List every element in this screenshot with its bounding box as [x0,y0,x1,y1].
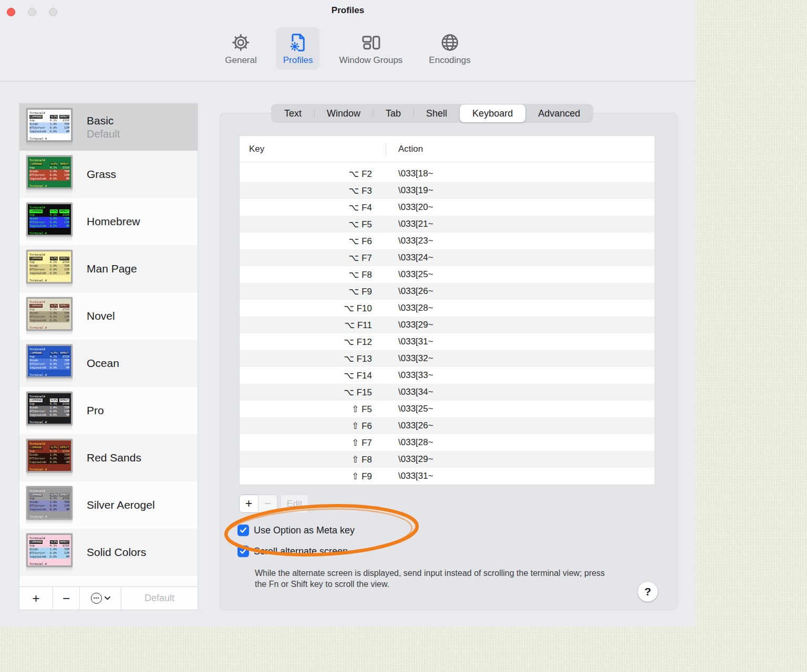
action-cell: \033[28~ [386,303,433,313]
table-row[interactable]: ⌥ F2\033[18~ [240,165,655,182]
table-row[interactable]: ⌥ F4\033[20~ [240,199,655,216]
toolbar-label-profiles: Profiles [283,55,313,66]
key-cell: ⌥ F4 [240,202,386,213]
table-row[interactable]: ⇧ F8\033[29~ [240,451,655,468]
column-header-action: Action [398,144,423,154]
add-profile-button[interactable]: + [19,587,53,610]
profile-row-silver-aerogel[interactable]: Terminal#COMMAND%CPURPRVTtop4.1%231KXcod… [19,481,198,529]
profile-name: Solid Colors [87,546,146,559]
profile-thumbnail: Terminal#COMMAND%CPURPRVTtop4.1%231KXcod… [26,533,73,567]
profile-list: Terminal#COMMAND%CPURPRVTtop4.1%231KXcod… [19,103,198,576]
toolbar-item-encodings[interactable]: Encodings [422,27,477,70]
table-row[interactable]: ⌥ F6\033[23~ [240,233,655,249]
tab-keyboard[interactable]: Keyboard [460,104,525,122]
profile-sidebar: Terminal#COMMAND%CPURPRVTtop4.1%231KXcod… [19,103,198,610]
table-row[interactable]: ⌥ F9\033[26~ [240,283,655,300]
thumbnail-reflection [26,567,73,572]
scroll-alternate-screen-checkbox-row[interactable]: Scroll alternate screen [237,545,348,557]
tab-shell[interactable]: Shell [413,104,460,122]
profile-row-pro[interactable]: Terminal#COMMAND%CPURPRVTtop4.1%231KXcod… [19,387,198,434]
key-cell: ⇧ F5 [240,404,386,415]
toolbar-item-window-groups[interactable]: Window Groups [332,27,409,70]
table-row[interactable]: ⌥ F15\033[34~ [240,384,655,401]
profile-thumbnail: Terminal#COMMAND%CPURPRVTtop4.1%231KXcod… [26,344,73,378]
key-cell: ⌥ F8 [240,269,386,280]
profile-subtitle: Default [87,128,120,140]
key-cell: ⇧ F8 [240,454,386,465]
action-cell: \033[26~ [386,421,433,431]
table-row[interactable]: ⌥ F11\033[29~ [240,317,655,333]
help-button[interactable]: ? [638,582,658,602]
action-cell: \033[25~ [386,404,433,414]
edit-key-binding-button: Edit [281,495,308,513]
profile-row-grass[interactable]: Terminal#COMMAND%CPURPRVTtop4.1%231KXcod… [19,151,198,198]
profile-actions-menu-button[interactable]: ⋯ [80,587,121,610]
globe-icon [439,30,460,55]
toolbar-label-window-groups: Window Groups [339,55,402,66]
table-row[interactable]: ⌥ F10\033[28~ [240,300,655,317]
key-cell: ⌥ F3 [240,185,386,196]
use-option-as-meta-checkbox-row[interactable]: Use Option as Meta key [237,524,355,536]
tab-text[interactable]: Text [272,104,314,122]
profile-row-basic[interactable]: Terminal#COMMAND%CPURPRVTtop4.1%231KXcod… [19,103,198,151]
toolbar-label-encodings: Encodings [429,55,470,66]
profile-name: Grass [87,168,116,181]
profile-row-homebrew[interactable]: Terminal#COMMAND%CPURPRVTtop4.1%231KXcod… [19,198,198,245]
thumbnail-reflection [26,142,73,146]
profile-name: Red Sands [87,452,141,464]
key-cell: ⌥ F2 [240,169,386,180]
screenshot-root: Profiles General [0,0,807,672]
profile-name: Basic [87,114,120,127]
table-row[interactable]: ⌥ F8\033[25~ [240,266,655,283]
thumbnail-reflection [26,284,73,288]
tab-window[interactable]: Window [314,104,373,122]
table-row[interactable]: ⇧ F7\033[28~ [240,434,655,451]
action-cell: \033[29~ [386,320,433,330]
key-cell: ⌥ F14 [240,370,386,381]
ellipsis-circle-icon: ⋯ [91,593,102,604]
profile-row-red-sands[interactable]: Terminal#COMMAND%CPURPRVTtop4.1%231KXcod… [19,434,198,481]
profile-row-novel[interactable]: Terminal#COMMAND%CPURPRVTtop4.1%231KXcod… [19,292,198,340]
action-cell: \033[31~ [386,471,433,481]
action-cell: \033[24~ [386,253,433,263]
remove-profile-button[interactable]: − [53,587,80,610]
profile-row-man-page[interactable]: Terminal#COMMAND%CPURPRVTtop4.1%231KXcod… [19,245,198,292]
profile-thumbnail: Terminal#COMMAND%CPURPRVTtop4.1%231KXcod… [26,250,73,284]
thumbnail-reflection [26,425,73,430]
column-divider [386,143,386,156]
table-row[interactable]: ⇧ F5\033[25~ [240,401,655,417]
tab-advanced[interactable]: Advanced [525,104,593,122]
set-default-button: Default [121,587,198,610]
profile-row-ocean[interactable]: Terminal#COMMAND%CPURPRVTtop4.1%231KXcod… [19,340,198,387]
toolbar-item-profiles[interactable]: Profiles [276,27,320,70]
profile-name: Ocean [87,357,119,370]
checkbox-checked-icon[interactable] [237,524,249,536]
profile-thumbnail: Terminal#COMMAND%CPURPRVTtop4.1%231KXcod… [26,203,73,236]
toolbar-item-general[interactable]: General [218,27,263,70]
table-row[interactable]: ⌥ F5\033[21~ [240,216,655,233]
action-cell: \033[34~ [386,387,433,397]
action-cell: \033[23~ [386,236,433,246]
table-row[interactable]: ⇧ F9\033[31~ [240,468,655,485]
table-row[interactable]: ⌥ F12\033[31~ [240,333,655,350]
add-key-binding-button[interactable]: + [239,495,258,513]
key-cell: ⇧ F6 [240,421,386,432]
table-row[interactable]: ⌥ F14\033[33~ [240,367,655,384]
key-cell: ⌥ F9 [240,286,386,297]
table-row[interactable]: ⌥ F3\033[19~ [240,182,655,199]
table-row[interactable]: ⌥ F13\033[32~ [240,350,655,367]
table-body: ⌥ F2\033[18~⌥ F3\033[19~⌥ F4\033[20~⌥ F5… [240,162,655,485]
thumbnail-reflection [26,236,73,241]
profile-name: Novel [87,310,115,322]
tab-tab[interactable]: Tab [373,104,413,122]
key-cell: ⌥ F13 [240,353,386,364]
profile-row-solid-colors[interactable]: Terminal#COMMAND%CPURPRVTtop4.1%231KXcod… [19,529,198,576]
alternate-screen-help-text: While the alternate screen is displayed,… [255,568,612,590]
thumbnail-reflection [26,520,73,524]
action-cell: \033[33~ [386,370,433,381]
key-cell: ⌥ F6 [240,236,386,247]
thumbnail-reflection [26,189,73,194]
table-row[interactable]: ⇧ F6\033[26~ [240,417,655,434]
checkbox-checked-icon[interactable] [237,545,249,557]
table-row[interactable]: ⌥ F7\033[24~ [240,249,655,266]
